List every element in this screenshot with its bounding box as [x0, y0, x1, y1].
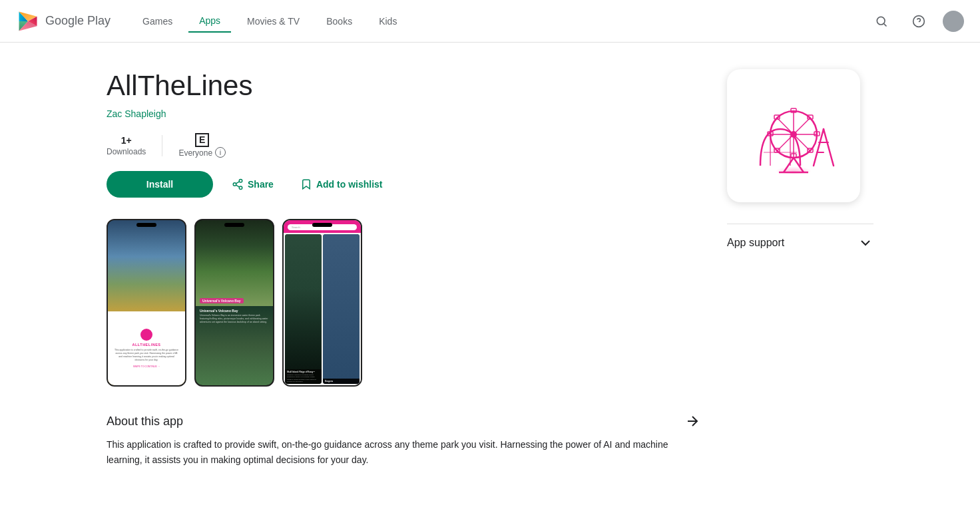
svg-line-17: [824, 129, 834, 166]
app-icon: [727, 69, 860, 202]
downloads-value: 1+: [121, 135, 132, 146]
svg-point-10: [233, 183, 236, 186]
app-support-section: App support: [727, 224, 873, 261]
screenshots-section: ALLTHELINES This application is crafted …: [107, 219, 700, 387]
screenshot-1[interactable]: ALLTHELINES This application is crafted …: [107, 219, 186, 387]
downloads-stat: 1+ Downloads: [107, 135, 162, 156]
esrb-info: E: [195, 133, 209, 147]
svg-line-12: [236, 185, 239, 187]
screen3-content: Search Skull Island: Reign of Kong™ Imme…: [284, 220, 361, 385]
wishlist-label: Add to wishlist: [316, 179, 383, 190]
app-logo-icon: [747, 89, 840, 182]
logo-text: Google Play: [45, 14, 111, 28]
search-button[interactable]: [868, 8, 895, 35]
share-button[interactable]: Share: [224, 173, 282, 196]
about-title: About this app: [107, 415, 183, 428]
svg-line-29: [777, 118, 794, 134]
main-nav: Games Apps Movies & TV Books Kids: [132, 10, 868, 33]
phone-notch-1: [136, 223, 156, 227]
play-logo-icon: [16, 9, 40, 33]
header: Google Play Games Apps Movies & TV Books…: [0, 0, 980, 43]
chevron-down-icon: [858, 235, 873, 251]
svg-point-11: [239, 186, 242, 190]
support-title: App support: [727, 237, 784, 249]
help-button[interactable]: [905, 8, 932, 35]
esrb-badge: E: [195, 133, 209, 147]
install-button[interactable]: Install: [107, 171, 213, 198]
nav-games[interactable]: Games: [132, 11, 183, 32]
share-label: Share: [248, 179, 274, 190]
site-logo[interactable]: Google Play: [16, 9, 111, 33]
about-description: This application is crafted to provide s…: [107, 437, 700, 467]
nav-books[interactable]: Books: [316, 11, 363, 32]
help-icon: [912, 15, 925, 28]
rating-label: Everyone: [178, 148, 212, 158]
app-sidebar: App support: [727, 69, 873, 467]
app-detail-content: AllTheLines Zac Shapleigh 1+ Downloads E…: [107, 69, 700, 467]
rating-stat: E Everyone i: [162, 133, 242, 158]
rating-info-button[interactable]: i: [215, 147, 226, 158]
user-avatar[interactable]: [943, 11, 964, 32]
info-icon: i: [220, 148, 221, 156]
app-stats: 1+ Downloads E Everyone i: [107, 133, 700, 158]
phone-notch-2: [224, 223, 244, 227]
nav-movies[interactable]: Movies & TV: [236, 11, 310, 32]
nav-kids[interactable]: Kids: [368, 11, 407, 32]
screen1-content: ALLTHELINES This application is crafted …: [108, 220, 185, 385]
arrow-right-icon: [684, 413, 700, 429]
svg-line-31: [794, 118, 810, 134]
main-content: AllTheLines Zac Shapleigh 1+ Downloads E…: [91, 43, 889, 494]
app-support-header[interactable]: App support: [727, 224, 873, 261]
screen2-content: Universal's Volcano Bay Universal's Volc…: [196, 220, 273, 385]
screenshot-3[interactable]: Search Skull Island: Reign of Kong™ Imme…: [282, 219, 362, 387]
developer-link[interactable]: Zac Shapleigh: [107, 108, 166, 119]
downloads-label: Downloads: [107, 147, 146, 156]
app-title: AllTheLines: [107, 69, 700, 102]
wishlist-button[interactable]: Add to wishlist: [292, 173, 391, 196]
share-icon: [232, 178, 244, 190]
screenshot-2[interactable]: Universal's Volcano Bay Universal's Volc…: [194, 219, 274, 387]
nav-apps[interactable]: Apps: [188, 10, 231, 33]
bookmark-icon: [300, 178, 312, 190]
about-section: About this app This application is craft…: [107, 413, 700, 467]
search-icon: [875, 15, 888, 28]
about-header: About this app: [107, 413, 700, 429]
svg-point-5: [877, 17, 885, 25]
phone-notch-3: [312, 223, 332, 227]
about-arrow-button[interactable]: [684, 413, 700, 429]
action-buttons: Install Share Add to wishlist: [107, 171, 700, 198]
header-actions: [868, 8, 964, 35]
svg-point-9: [239, 180, 242, 183]
svg-line-6: [884, 23, 887, 26]
svg-line-13: [236, 182, 239, 184]
